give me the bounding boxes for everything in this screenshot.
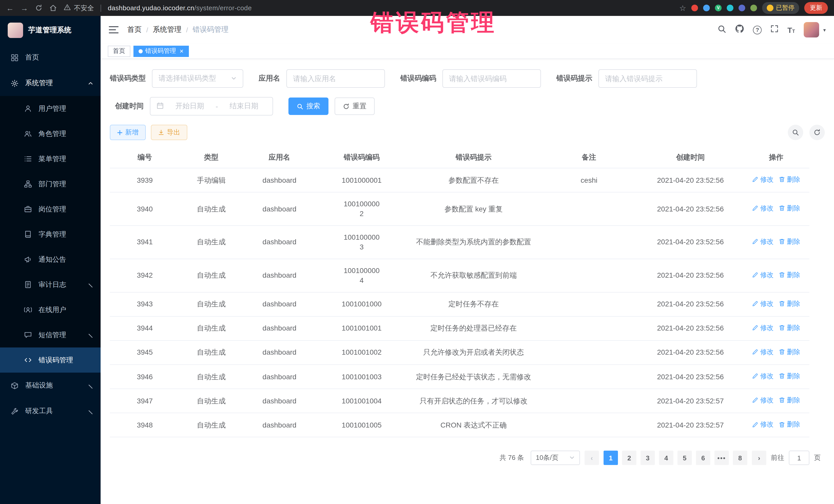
delete-link[interactable]: 删除 bbox=[778, 237, 800, 246]
paused-badge[interactable]: 已暂停 bbox=[762, 2, 799, 14]
error-type-select[interactable]: 请选择错误码类型 bbox=[152, 69, 243, 88]
pager-page-8[interactable]: 8 bbox=[733, 451, 747, 465]
edit-link[interactable]: 修改 bbox=[752, 396, 773, 405]
pager-page-5[interactable]: 5 bbox=[678, 451, 692, 465]
security-indicator[interactable]: 不安全 bbox=[64, 3, 94, 13]
cell-msg: 参数配置不存在 bbox=[407, 168, 540, 192]
browser-forward-icon[interactable]: → bbox=[21, 4, 28, 12]
bookmark-star-icon[interactable]: ☆ bbox=[679, 3, 686, 13]
sidebar-item-post[interactable]: 岗位管理 bbox=[0, 197, 101, 222]
sidebar-item-dev-tools[interactable]: 研发工具 bbox=[0, 398, 101, 424]
edit-link[interactable]: 修改 bbox=[752, 175, 773, 184]
search-icon[interactable] bbox=[718, 24, 726, 35]
edit-link[interactable]: 修改 bbox=[752, 323, 773, 332]
edit-link[interactable]: 修改 bbox=[752, 270, 773, 279]
delete-link[interactable]: 删除 bbox=[778, 270, 800, 279]
app-logo[interactable]: 芋道管理系统 bbox=[0, 16, 101, 45]
error-code-input[interactable] bbox=[442, 69, 541, 88]
pager-page-2[interactable]: 2 bbox=[622, 451, 636, 465]
help-icon[interactable]: ? bbox=[753, 25, 762, 34]
goto-page-input[interactable] bbox=[789, 451, 809, 465]
pager-page-6[interactable]: 6 bbox=[696, 451, 710, 465]
edit-link[interactable]: 修改 bbox=[752, 237, 773, 246]
extension-icon-olive[interactable] bbox=[750, 5, 757, 11]
delete-link[interactable]: 删除 bbox=[778, 323, 800, 332]
extension-icon-teal[interactable] bbox=[727, 5, 733, 11]
sidebar-item-dict[interactable]: 字典管理 bbox=[0, 222, 101, 247]
sidebar-item-user[interactable]: 用户管理 bbox=[0, 96, 101, 121]
delete-link[interactable]: 删除 bbox=[778, 396, 800, 405]
browser-back-icon[interactable]: ← bbox=[6, 4, 14, 12]
delete-link[interactable]: 删除 bbox=[778, 204, 800, 213]
delete-link[interactable]: 删除 bbox=[778, 299, 800, 308]
delete-link[interactable]: 删除 bbox=[778, 372, 800, 380]
pager-page-4[interactable]: 4 bbox=[659, 451, 673, 465]
cell-id: 3945 bbox=[110, 341, 180, 365]
edit-link[interactable]: 修改 bbox=[752, 348, 773, 356]
browser-home-icon[interactable] bbox=[49, 4, 57, 12]
tag-close-icon[interactable]: × bbox=[180, 48, 183, 54]
add-button[interactable]: 新增 bbox=[110, 125, 146, 140]
toggle-search-button[interactable] bbox=[788, 125, 803, 140]
refresh-table-button[interactable] bbox=[809, 125, 825, 140]
pager-page-3[interactable]: 3 bbox=[640, 451, 655, 465]
github-icon[interactable] bbox=[735, 24, 744, 36]
tag-error-code[interactable]: 错误码管理 × bbox=[133, 45, 189, 57]
date-range-picker[interactable]: 开始日期 - 结束日期 bbox=[150, 97, 273, 115]
export-button[interactable]: 导出 bbox=[151, 125, 187, 140]
reset-button[interactable]: 重置 bbox=[335, 97, 375, 115]
delete-link[interactable]: 删除 bbox=[778, 420, 800, 429]
browser-refresh-icon[interactable] bbox=[35, 4, 43, 12]
extension-icon-indigo[interactable] bbox=[739, 5, 745, 11]
fullscreen-icon[interactable] bbox=[771, 25, 779, 35]
edit-link[interactable]: 修改 bbox=[752, 204, 773, 213]
tag-home[interactable]: 首页 bbox=[108, 45, 130, 57]
sidebar-item-online-user[interactable]: 在线用户 bbox=[0, 297, 101, 322]
error-msg-input[interactable] bbox=[598, 69, 697, 88]
hamburger-icon[interactable] bbox=[109, 26, 118, 34]
sidebar-item-label: 角色管理 bbox=[39, 129, 66, 138]
update-button[interactable]: 更新 bbox=[804, 2, 828, 14]
sidebar-item-menu[interactable]: 菜单管理 bbox=[0, 146, 101, 171]
address-bar[interactable]: dashboard.yudao.iocoder.cn/system/error-… bbox=[108, 4, 252, 12]
pager-ellipsis[interactable]: ••• bbox=[715, 451, 729, 465]
app-name-input[interactable] bbox=[286, 69, 385, 88]
caret-down-icon[interactable]: ▾ bbox=[823, 27, 826, 32]
edit-link[interactable]: 修改 bbox=[752, 372, 773, 380]
pager-page-1[interactable]: 1 bbox=[603, 451, 618, 465]
breadcrumb-system[interactable]: 系统管理 bbox=[153, 25, 181, 35]
delete-link[interactable]: 删除 bbox=[778, 348, 800, 356]
sidebar-item-notice[interactable]: 通知公告 bbox=[0, 247, 101, 272]
column-header-remark: 备注 bbox=[540, 147, 638, 168]
cell-type: 自动生成 bbox=[180, 365, 243, 389]
sidebar-item-home[interactable]: 首页 bbox=[0, 45, 101, 70]
cell-app: dashboard bbox=[243, 192, 316, 225]
edit-link[interactable]: 修改 bbox=[752, 299, 773, 308]
sidebar-item-role[interactable]: 角色管理 bbox=[0, 121, 101, 146]
font-size-icon[interactable]: TT bbox=[788, 26, 795, 34]
sidebar-item-infra[interactable]: 基础设施 bbox=[0, 373, 101, 398]
cell-remark bbox=[540, 316, 638, 340]
sidebar-item-system[interactable]: 系统管理 bbox=[0, 70, 101, 96]
sidebar-item-label: 用户管理 bbox=[39, 104, 66, 113]
cell-id: 3941 bbox=[110, 225, 180, 259]
extension-icon-blue[interactable] bbox=[703, 5, 710, 11]
sidebar-item-audit-log[interactable]: 审计日志 bbox=[0, 272, 101, 297]
breadcrumb-home[interactable]: 首页 bbox=[127, 25, 142, 35]
pager-prev[interactable]: ‹ bbox=[585, 451, 599, 465]
page-size-select[interactable]: 10条/页 bbox=[531, 451, 580, 465]
sidebar-item-dept[interactable]: 部门管理 bbox=[0, 171, 101, 197]
delete-link[interactable]: 删除 bbox=[778, 175, 800, 184]
cell-id: 3948 bbox=[110, 413, 180, 437]
search-button[interactable]: 搜索 bbox=[288, 97, 328, 115]
sidebar-item-sms[interactable]: 短信管理 bbox=[0, 322, 101, 348]
cell-id: 3947 bbox=[110, 389, 180, 413]
edit-link[interactable]: 修改 bbox=[752, 420, 773, 429]
extension-icon-green[interactable]: V bbox=[715, 5, 722, 11]
table-body: 3939手动编辑dashboard1001000001参数配置不存在ceshi2… bbox=[110, 168, 809, 437]
user-avatar[interactable] bbox=[804, 22, 819, 38]
sidebar-item-error-code[interactable]: 错误码管理 bbox=[0, 348, 101, 373]
cell-remark bbox=[540, 365, 638, 389]
extension-icon-red[interactable] bbox=[691, 5, 698, 11]
pager-next[interactable]: › bbox=[752, 451, 766, 465]
